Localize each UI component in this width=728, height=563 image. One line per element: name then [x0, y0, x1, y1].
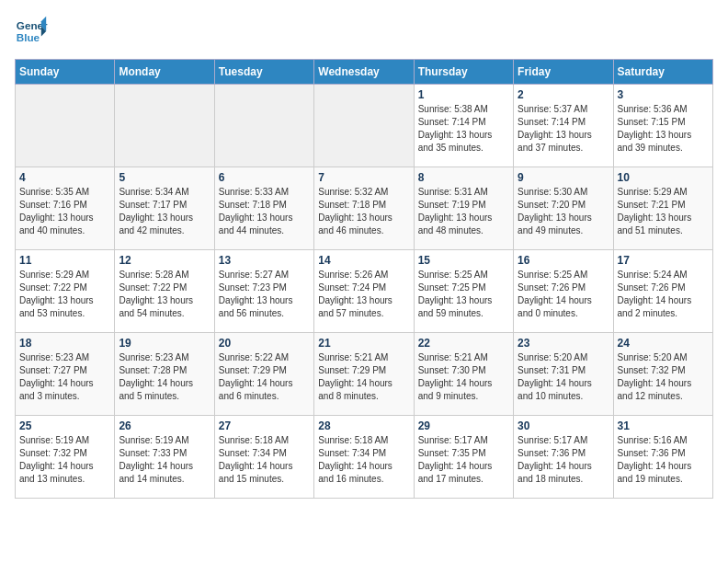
calendar-cell	[16, 85, 115, 167]
day-info: Sunrise: 5:26 AMSunset: 7:24 PMDaylight:…	[318, 269, 409, 320]
day-number: 23	[518, 337, 609, 350]
day-info: Sunrise: 5:24 AMSunset: 7:26 PMDaylight:…	[618, 269, 709, 320]
day-number: 14	[318, 254, 409, 267]
logo-icon: General Blue	[15, 15, 48, 48]
day-info: Sunrise: 5:36 AMSunset: 7:15 PMDaylight:…	[618, 103, 709, 155]
calendar-cell: 11Sunrise: 5:29 AMSunset: 7:22 PMDayligh…	[16, 250, 115, 333]
day-number: 15	[418, 254, 509, 267]
day-number: 28	[318, 419, 409, 432]
day-info: Sunrise: 5:29 AMSunset: 7:22 PMDaylight:…	[19, 269, 110, 320]
page-header: General Blue	[15, 15, 713, 48]
calendar-cell	[314, 85, 414, 167]
calendar-table: SundayMondayTuesdayWednesdayThursdayFrid…	[15, 59, 713, 499]
day-number: 2	[518, 88, 609, 101]
day-info: Sunrise: 5:22 AMSunset: 7:29 PMDaylight:…	[219, 351, 310, 403]
svg-text:Blue: Blue	[17, 31, 40, 43]
calendar-cell: 13Sunrise: 5:27 AMSunset: 7:23 PMDayligh…	[214, 250, 313, 333]
day-number: 21	[318, 337, 409, 350]
day-info: Sunrise: 5:28 AMSunset: 7:22 PMDaylight:…	[119, 269, 210, 320]
day-number: 26	[119, 419, 210, 432]
day-number: 22	[418, 337, 509, 350]
day-number: 1	[418, 88, 509, 101]
day-info: Sunrise: 5:16 AMSunset: 7:36 PMDaylight:…	[618, 434, 709, 486]
day-number: 10	[618, 171, 709, 184]
day-info: Sunrise: 5:25 AMSunset: 7:26 PMDaylight:…	[518, 269, 609, 320]
day-number: 25	[19, 419, 110, 432]
calendar-cell: 29Sunrise: 5:17 AMSunset: 7:35 PMDayligh…	[414, 416, 513, 499]
calendar-cell: 22Sunrise: 5:21 AMSunset: 7:30 PMDayligh…	[414, 333, 513, 416]
calendar-cell: 12Sunrise: 5:28 AMSunset: 7:22 PMDayligh…	[115, 250, 214, 333]
day-number: 12	[119, 254, 210, 267]
calendar-cell	[214, 85, 313, 167]
calendar-cell: 3Sunrise: 5:36 AMSunset: 7:15 PMDaylight…	[613, 85, 712, 167]
calendar-cell: 9Sunrise: 5:30 AMSunset: 7:20 PMDaylight…	[514, 167, 613, 250]
day-number: 5	[119, 171, 210, 184]
calendar-header-row: SundayMondayTuesdayWednesdayThursdayFrid…	[16, 60, 713, 85]
calendar-week-0: 1Sunrise: 5:38 AMSunset: 7:14 PMDaylight…	[16, 85, 713, 167]
day-info: Sunrise: 5:19 AMSunset: 7:33 PMDaylight:…	[119, 434, 210, 486]
calendar-cell: 25Sunrise: 5:19 AMSunset: 7:32 PMDayligh…	[16, 416, 115, 499]
calendar-cell	[115, 85, 214, 167]
column-header-saturday: Saturday	[613, 60, 712, 85]
calendar-cell: 21Sunrise: 5:21 AMSunset: 7:29 PMDayligh…	[314, 333, 414, 416]
calendar-cell: 18Sunrise: 5:23 AMSunset: 7:27 PMDayligh…	[16, 333, 115, 416]
day-info: Sunrise: 5:31 AMSunset: 7:19 PMDaylight:…	[418, 186, 509, 237]
day-info: Sunrise: 5:21 AMSunset: 7:30 PMDaylight:…	[418, 351, 509, 403]
calendar-cell: 15Sunrise: 5:25 AMSunset: 7:25 PMDayligh…	[414, 250, 513, 333]
day-info: Sunrise: 5:18 AMSunset: 7:34 PMDaylight:…	[318, 434, 409, 486]
day-info: Sunrise: 5:38 AMSunset: 7:14 PMDaylight:…	[418, 103, 509, 155]
calendar-cell: 24Sunrise: 5:20 AMSunset: 7:32 PMDayligh…	[613, 333, 712, 416]
calendar-cell: 16Sunrise: 5:25 AMSunset: 7:26 PMDayligh…	[514, 250, 613, 333]
day-info: Sunrise: 5:19 AMSunset: 7:32 PMDaylight:…	[19, 434, 110, 486]
day-number: 13	[219, 254, 310, 267]
calendar-cell: 31Sunrise: 5:16 AMSunset: 7:36 PMDayligh…	[613, 416, 712, 499]
column-header-friday: Friday	[514, 60, 613, 85]
calendar-cell: 30Sunrise: 5:17 AMSunset: 7:36 PMDayligh…	[514, 416, 613, 499]
calendar-cell: 7Sunrise: 5:32 AMSunset: 7:18 PMDaylight…	[314, 167, 414, 250]
calendar-cell: 1Sunrise: 5:38 AMSunset: 7:14 PMDaylight…	[414, 85, 513, 167]
calendar-cell: 20Sunrise: 5:22 AMSunset: 7:29 PMDayligh…	[214, 333, 313, 416]
logo: General Blue	[15, 15, 48, 48]
calendar-cell: 4Sunrise: 5:35 AMSunset: 7:16 PMDaylight…	[16, 167, 115, 250]
day-info: Sunrise: 5:25 AMSunset: 7:25 PMDaylight:…	[418, 269, 509, 320]
day-info: Sunrise: 5:23 AMSunset: 7:28 PMDaylight:…	[119, 351, 210, 403]
calendar-cell: 27Sunrise: 5:18 AMSunset: 7:34 PMDayligh…	[214, 416, 313, 499]
day-number: 9	[518, 171, 609, 184]
day-info: Sunrise: 5:29 AMSunset: 7:21 PMDaylight:…	[618, 186, 709, 237]
day-info: Sunrise: 5:21 AMSunset: 7:29 PMDaylight:…	[318, 351, 409, 403]
day-number: 18	[19, 337, 110, 350]
day-number: 7	[318, 171, 409, 184]
calendar-cell: 5Sunrise: 5:34 AMSunset: 7:17 PMDaylight…	[115, 167, 214, 250]
calendar-week-1: 4Sunrise: 5:35 AMSunset: 7:16 PMDaylight…	[16, 167, 713, 250]
calendar-cell: 23Sunrise: 5:20 AMSunset: 7:31 PMDayligh…	[514, 333, 613, 416]
day-info: Sunrise: 5:20 AMSunset: 7:32 PMDaylight:…	[618, 351, 709, 403]
calendar-cell: 6Sunrise: 5:33 AMSunset: 7:18 PMDaylight…	[214, 167, 313, 250]
day-info: Sunrise: 5:35 AMSunset: 7:16 PMDaylight:…	[19, 186, 110, 237]
day-info: Sunrise: 5:32 AMSunset: 7:18 PMDaylight:…	[318, 186, 409, 237]
day-number: 17	[618, 254, 709, 267]
day-info: Sunrise: 5:17 AMSunset: 7:35 PMDaylight:…	[418, 434, 509, 486]
day-number: 6	[219, 171, 310, 184]
day-info: Sunrise: 5:30 AMSunset: 7:20 PMDaylight:…	[518, 186, 609, 237]
column-header-monday: Monday	[115, 60, 214, 85]
column-header-sunday: Sunday	[16, 60, 115, 85]
day-info: Sunrise: 5:33 AMSunset: 7:18 PMDaylight:…	[219, 186, 310, 237]
day-number: 24	[618, 337, 709, 350]
calendar-cell: 28Sunrise: 5:18 AMSunset: 7:34 PMDayligh…	[314, 416, 414, 499]
column-header-tuesday: Tuesday	[214, 60, 313, 85]
day-info: Sunrise: 5:37 AMSunset: 7:14 PMDaylight:…	[518, 103, 609, 155]
day-info: Sunrise: 5:18 AMSunset: 7:34 PMDaylight:…	[219, 434, 310, 486]
day-number: 29	[418, 419, 509, 432]
day-number: 8	[418, 171, 509, 184]
calendar-cell: 17Sunrise: 5:24 AMSunset: 7:26 PMDayligh…	[613, 250, 712, 333]
calendar-cell: 19Sunrise: 5:23 AMSunset: 7:28 PMDayligh…	[115, 333, 214, 416]
day-info: Sunrise: 5:17 AMSunset: 7:36 PMDaylight:…	[518, 434, 609, 486]
day-info: Sunrise: 5:27 AMSunset: 7:23 PMDaylight:…	[219, 269, 310, 320]
day-number: 4	[19, 171, 110, 184]
calendar-cell: 10Sunrise: 5:29 AMSunset: 7:21 PMDayligh…	[613, 167, 712, 250]
day-info: Sunrise: 5:20 AMSunset: 7:31 PMDaylight:…	[518, 351, 609, 403]
day-number: 16	[518, 254, 609, 267]
day-number: 3	[618, 88, 709, 101]
column-header-thursday: Thursday	[414, 60, 513, 85]
calendar-body: 1Sunrise: 5:38 AMSunset: 7:14 PMDaylight…	[16, 85, 713, 499]
